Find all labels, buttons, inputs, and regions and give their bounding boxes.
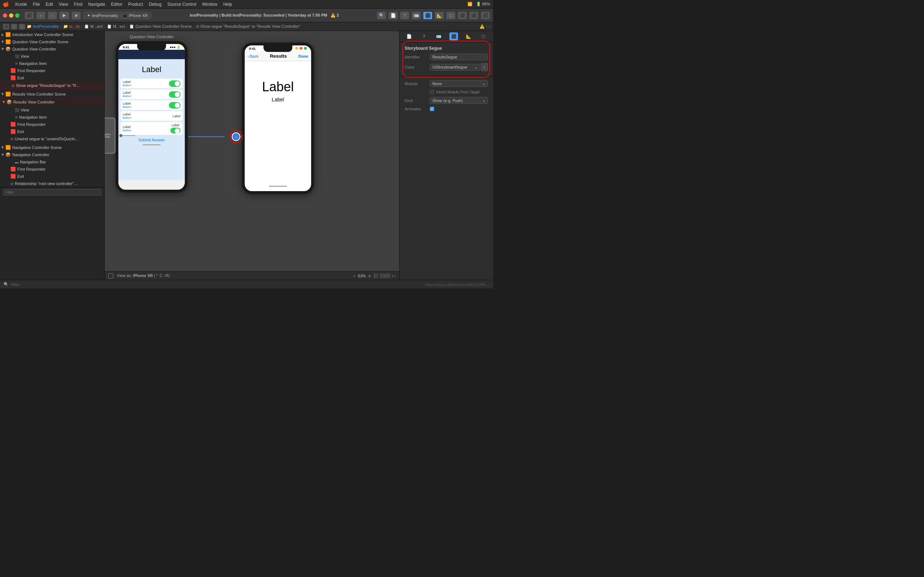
- scheme-name: testPersonality: [92, 13, 118, 18]
- attributes-inspector-button[interactable]: ⬛: [423, 11, 432, 19]
- class-dropdown[interactable]: UIStoryboardSegue ⌄: [430, 64, 480, 71]
- quick-help-tab[interactable]: ?: [420, 32, 428, 40]
- menu-bar: 🍎 Xcode File Edit View Find Navigate Edi…: [0, 0, 493, 9]
- menu-edit[interactable]: Edit: [45, 2, 53, 7]
- view-as-label: View as: iPhone XR (⌃ C ↑R): [117, 273, 170, 278]
- run-button[interactable]: ▶: [59, 11, 69, 19]
- close-button[interactable]: [3, 13, 7, 18]
- sidebar-item-rvc-unwind[interactable]: ⊙ Unwind segue to "unwindToQuizIn...: [0, 135, 104, 142]
- size-tab[interactable]: 📐: [464, 32, 473, 40]
- connections-inspector-button[interactable]: ⬡: [446, 11, 456, 19]
- forward-button[interactable]: ›: [48, 11, 57, 19]
- zoom-plus-button[interactable]: +: [368, 273, 371, 279]
- breadcrumb-file2[interactable]: 📋 M...se): [107, 24, 125, 29]
- menu-view[interactable]: View: [59, 2, 68, 7]
- project-navigator-icon[interactable]: ⬛: [3, 24, 10, 29]
- animates-checkbox[interactable]: ✓: [430, 107, 434, 111]
- inspector-title-area: Storyboard Segue Identifier ResultsSegue…: [399, 42, 493, 76]
- inherit-checkbox-row: Inherit Module From Target: [430, 90, 488, 94]
- sidebar-item-nav-exit[interactable]: 🟥 Exit: [0, 173, 104, 180]
- breadcrumb-forward[interactable]: ›: [19, 24, 25, 29]
- sidebar-item-results-scene[interactable]: ▶ 🟧 Results View Controller Scene: [0, 90, 104, 98]
- maximize-button[interactable]: [15, 13, 19, 18]
- storyboard-canvas[interactable]: Question View Controller 9:41 ●●● 🔋 Labe…: [105, 31, 399, 280]
- sidebar-item-rvc-view[interactable]: ⬛ View: [0, 106, 104, 114]
- sidebar-item-qvc-first-responder[interactable]: 🟥 First Responder: [0, 67, 104, 74]
- module-dropdown[interactable]: None ⌄: [430, 80, 488, 87]
- breadcrumb-nav-next[interactable]: ›: [489, 24, 490, 29]
- breadcrumb-folder[interactable]: 📁 te...ity: [63, 24, 80, 29]
- sidebar-item-question-scene[interactable]: ▶ 🟧 Question View Controller Scene: [0, 38, 104, 45]
- sidebar-item-nav-first-responder[interactable]: 🟥 First Responder: [0, 166, 104, 173]
- menu-window[interactable]: Window: [202, 2, 218, 7]
- sidebar-toggle-button[interactable]: ⬛: [24, 11, 34, 19]
- kind-dropdown[interactable]: Show (e.g. Push) ⌄: [430, 97, 488, 104]
- connections-tab[interactable]: ⬡: [479, 32, 488, 40]
- qvc-first-responder-label: First Responder: [17, 69, 45, 73]
- menu-xcode[interactable]: Xcode: [15, 2, 27, 7]
- sidebar-item-intro-scene[interactable]: ▶ 🟧 Introduction View Controller Scene: [0, 31, 104, 38]
- quick-help-button[interactable]: ?: [400, 11, 409, 19]
- expand-icon: ▶: [1, 93, 5, 95]
- sidebar-item-question-vc[interactable]: ▶ 📦 Question View Controller: [0, 45, 104, 53]
- stop-button[interactable]: ■: [71, 11, 81, 19]
- sidebar-item-results-vc[interactable]: ▶ 📦 Results View Controller: [1, 98, 103, 106]
- iphone2-main-label: Label: [262, 79, 294, 95]
- class-row: Class UIStoryboardSegue ⌄ i: [405, 63, 488, 71]
- search-button[interactable]: 🔍: [377, 11, 386, 19]
- minimize-button[interactable]: [9, 13, 13, 18]
- menu-editor[interactable]: Editor: [111, 2, 122, 7]
- sidebar-item-nav-bar[interactable]: ▬ Navigation Bar: [0, 158, 104, 166]
- back-button[interactable]: ‹: [36, 11, 45, 19]
- menu-find[interactable]: Find: [74, 2, 82, 7]
- breadcrumb-file1[interactable]: 📋 M...ard: [84, 24, 102, 29]
- menu-source-control[interactable]: Source Control: [168, 2, 196, 7]
- file-inspector-tab[interactable]: 📄: [405, 32, 414, 40]
- debug-area-toggle[interactable]: ⬛: [469, 11, 478, 19]
- sidebar-item-qvc-segue[interactable]: ⊙ Show segue "ResultsSegue" to "R...: [1, 82, 103, 89]
- menu-help[interactable]: Help: [223, 2, 232, 7]
- apple-menu[interactable]: 🍎: [3, 2, 9, 7]
- nav-scene-icon: 🟧: [5, 145, 11, 150]
- attributes-tab[interactable]: ⬛: [449, 32, 458, 40]
- identity-tab[interactable]: 🪪: [435, 32, 443, 40]
- identity-inspector-button[interactable]: 🪪: [412, 11, 421, 19]
- menu-product[interactable]: Product: [128, 2, 143, 7]
- iphone1-title: Question View Controller: [129, 35, 173, 39]
- sidebar-item-rvc-exit[interactable]: 🟥 Exit: [0, 128, 104, 135]
- inspector-toggle[interactable]: ⬛: [481, 11, 490, 19]
- warning-icon[interactable]: ⚠️: [480, 24, 485, 29]
- window-controls: [3, 13, 19, 18]
- sidebar-item-nav-scene[interactable]: ▶ 🟧 Navigation Controller Scene: [0, 144, 104, 151]
- class-info-btn[interactable]: i: [481, 63, 488, 71]
- segue-red-highlight: [229, 130, 242, 143]
- menu-navigate[interactable]: Navigate: [88, 2, 105, 7]
- sidebar-item-nav-relationship[interactable]: ⊙ Relationship "root view controller"...: [0, 180, 104, 187]
- identifier-field[interactable]: ResultsSegue: [430, 54, 488, 60]
- menu-file[interactable]: File: [33, 2, 40, 7]
- question-row-1: Label Button: [121, 79, 183, 89]
- breadcrumb-back[interactable]: ‹: [11, 24, 17, 29]
- vc-icon: 📦: [5, 47, 11, 52]
- sidebar-item-rvc-nav[interactable]: ✕ Navigation Item: [0, 114, 104, 121]
- navigator-toggle[interactable]: ⬛: [458, 11, 467, 19]
- sidebar-item-rvc-first-responder[interactable]: 🟥 First Responder: [0, 121, 104, 128]
- filter-input[interactable]: [3, 189, 102, 195]
- menu-debug[interactable]: Debug: [149, 2, 162, 7]
- nav-item-icon: ✕: [15, 62, 18, 66]
- breadcrumb-scene[interactable]: 📋 Question View Controller Scene: [129, 24, 192, 29]
- scheme-selector[interactable]: ✦ testPersonality › 📱 iPhone XR: [83, 12, 152, 19]
- size-inspector-button[interactable]: 📐: [435, 11, 444, 19]
- sidebar-item-qvc-view[interactable]: ⬛ View: [0, 53, 104, 60]
- breadcrumb-segue[interactable]: ⊙ Show segue "ResultsSegue" to "Results …: [196, 24, 300, 29]
- file-inspector-button[interactable]: 📄: [388, 11, 398, 19]
- breadcrumb-nav-prev[interactable]: ‹: [486, 24, 488, 29]
- sidebar-item-nav-vc[interactable]: ▶ 📦 Navigation Controller: [0, 151, 104, 158]
- breadcrumb-project[interactable]: 📁 testPersonality: [27, 24, 59, 29]
- zoom-minus-button[interactable]: −: [353, 273, 356, 279]
- rvc-view-icon: ⬛: [15, 108, 19, 112]
- nav-relationship-label: Relationship "root view controller"...: [15, 181, 77, 186]
- inherit-checkbox[interactable]: [430, 90, 434, 94]
- sidebar-item-qvc-nav[interactable]: ✕ Navigation Item: [0, 60, 104, 67]
- sidebar-item-qvc-exit[interactable]: 🟥 Exit: [0, 74, 104, 82]
